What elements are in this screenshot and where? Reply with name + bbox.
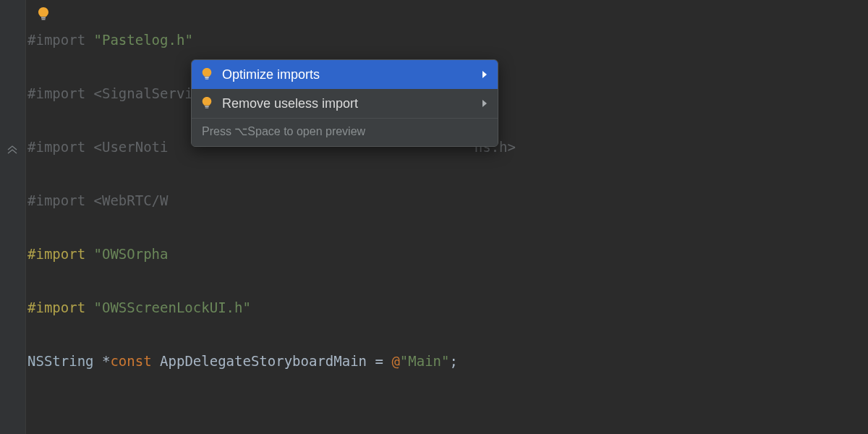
svg-rect-2 (205, 77, 208, 78)
lightbulb-icon (200, 67, 213, 82)
intention-item-label: Optimize imports (222, 68, 320, 81)
intention-item-label: Remove useless import (222, 97, 358, 110)
intention-popup: Optimize imports Remove useless import P… (191, 59, 498, 147)
intention-item-remove-useless-import[interactable]: Remove useless import (192, 89, 498, 118)
code-line: #import "Pastelog.h" (27, 27, 598, 54)
svg-rect-4 (205, 106, 208, 107)
editor-gutter (0, 0, 26, 434)
lightbulb-icon (200, 96, 213, 111)
intention-item-optimize-imports[interactable]: Optimize imports (192, 60, 498, 89)
code-line: NSString *const AppDelegateStoryboardMai… (27, 348, 598, 375)
submenu-arrow-icon (482, 97, 488, 110)
svg-rect-1 (42, 19, 46, 20)
code-line: #import <WebRTC/W (27, 187, 598, 214)
code-line: #import "OWSScreenLockUI.h" (27, 294, 598, 321)
code-line: #import "OWSOrpha (27, 241, 598, 268)
svg-rect-5 (205, 107, 209, 108)
gutter-override-marker-icon[interactable] (7, 145, 18, 154)
svg-rect-3 (205, 78, 209, 79)
intention-hint: Press ⌥Space to open preview (192, 118, 498, 146)
submenu-arrow-icon (482, 68, 488, 81)
code-line-blank (27, 401, 598, 428)
svg-rect-0 (41, 17, 46, 19)
intention-bulb-icon[interactable] (36, 4, 51, 31)
